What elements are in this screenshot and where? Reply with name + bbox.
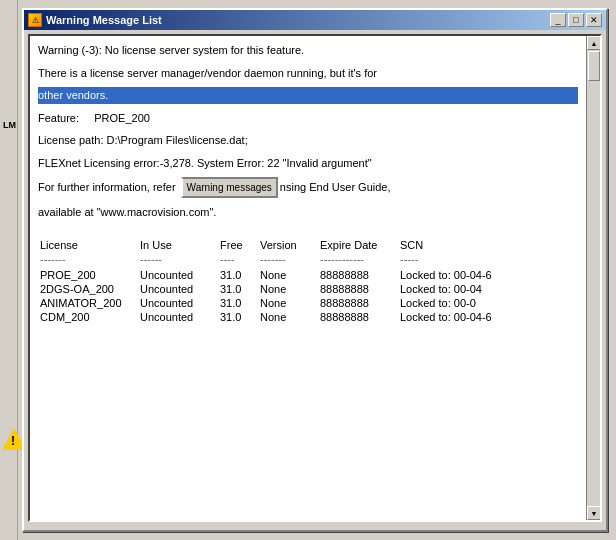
message-scroll: Warning (-3): No license server system f… — [30, 36, 586, 520]
row0-version: None — [260, 269, 320, 281]
msg-line-6: FLEXnet Licensing error:-3,278. System E… — [38, 155, 578, 172]
msg-line-4: Feature: PROE_200 — [38, 110, 578, 127]
row2-expire: 88888888 — [320, 297, 400, 309]
row2-version: None — [260, 297, 320, 309]
sep-scn: ----- — [400, 253, 576, 265]
msg-line-3: other vendors. — [38, 87, 578, 104]
warning-messages-button[interactable]: Warning messages — [181, 177, 278, 198]
row1-free: 31.0 — [220, 283, 260, 295]
row2-license: ANIMATOR_200 — [40, 297, 140, 309]
title-bar: ⚠ Warning Message List _ □ ✕ — [24, 10, 606, 30]
outer-window: LM ! ⚠ Warning Message List _ □ ✕ Warnin… — [0, 0, 616, 540]
left-sidebar: LM ! — [0, 0, 18, 540]
sep-license: ------- — [40, 253, 140, 265]
col-header-license: License — [40, 239, 140, 251]
message-area: Warning (-3): No license server system f… — [28, 34, 602, 522]
table-header: License In Use Free Version Expire Date … — [38, 239, 578, 251]
msg-line-7: For further information, refer Warning m… — [38, 177, 578, 198]
row3-version: None — [260, 311, 320, 323]
col-header-version: Version — [260, 239, 320, 251]
row3-expire: 88888888 — [320, 311, 400, 323]
table-row: CDM_200 Uncounted 31.0 None 88888888 Loc… — [38, 311, 578, 323]
row1-version: None — [260, 283, 320, 295]
table-row: PROE_200 Uncounted 31.0 None 88888888 Lo… — [38, 269, 578, 281]
row0-license: PROE_200 — [40, 269, 140, 281]
row3-free: 31.0 — [220, 311, 260, 323]
row2-inuse: Uncounted — [140, 297, 220, 309]
row0-free: 31.0 — [220, 269, 260, 281]
sep-version: ------- — [260, 253, 320, 265]
row1-inuse: Uncounted — [140, 283, 220, 295]
scroll-down-button[interactable]: ▼ — [587, 506, 601, 520]
table-separator: ------- ------ ---- ------- ------------… — [38, 253, 578, 265]
row3-inuse: Uncounted — [140, 311, 220, 323]
dialog-window: ⚠ Warning Message List _ □ ✕ Warning (-3… — [22, 8, 608, 532]
row1-license: 2DGS-OA_200 — [40, 283, 140, 295]
title-bar-title: Warning Message List — [46, 14, 546, 26]
sep-inuse: ------ — [140, 253, 220, 265]
minimize-button[interactable]: _ — [550, 13, 566, 27]
table-row: 2DGS-OA_200 Uncounted 31.0 None 88888888… — [38, 283, 578, 295]
col-header-scn: SCN — [400, 239, 576, 251]
scroll-up-button[interactable]: ▲ — [587, 36, 601, 50]
col-header-free: Free — [220, 239, 260, 251]
sep-free: ---- — [220, 253, 260, 265]
dialog-content: Warning (-3): No license server system f… — [24, 30, 606, 530]
msg-line-8: available at "www.macrovision.com". — [38, 204, 578, 221]
row2-scn: Locked to: 00-0 — [400, 297, 576, 309]
row3-scn: Locked to: 00-04-6 — [400, 311, 576, 323]
row3-license: CDM_200 — [40, 311, 140, 323]
row0-scn: Locked to: 00-04-6 — [400, 269, 576, 281]
msg-line-5: License path: D:\Program Files\license.d… — [38, 132, 578, 149]
lm-label: LM — [3, 120, 16, 130]
scrollbar[interactable]: ▲ ▼ — [586, 36, 600, 520]
close-button[interactable]: ✕ — [586, 13, 602, 27]
license-table: License In Use Free Version Expire Date … — [38, 239, 578, 323]
title-bar-buttons: _ □ ✕ — [550, 13, 602, 27]
row2-free: 31.0 — [220, 297, 260, 309]
msg-line-1: Warning (-3): No license server system f… — [38, 42, 578, 59]
title-bar-icon: ⚠ — [28, 13, 42, 27]
row1-expire: 88888888 — [320, 283, 400, 295]
table-row: ANIMATOR_200 Uncounted 31.0 None 8888888… — [38, 297, 578, 309]
sep-expire: ------------ — [320, 253, 400, 265]
row0-inuse: Uncounted — [140, 269, 220, 281]
row1-scn: Locked to: 00-04 — [400, 283, 576, 295]
col-header-inuse: In Use — [140, 239, 220, 251]
maximize-button[interactable]: □ — [568, 13, 584, 27]
scroll-thumb[interactable] — [588, 51, 600, 81]
col-header-expire: Expire Date — [320, 239, 400, 251]
msg-line-2: There is a license server manager/vendor… — [38, 65, 578, 82]
row0-expire: 88888888 — [320, 269, 400, 281]
